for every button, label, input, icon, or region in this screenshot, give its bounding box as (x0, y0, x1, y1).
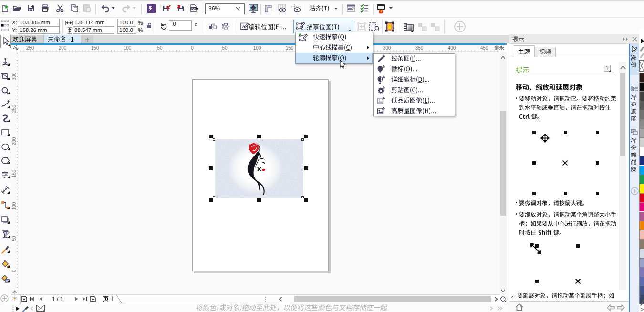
svg-text:PDF: PDF (191, 7, 197, 10)
svg-text:?: ? (635, 46, 638, 51)
